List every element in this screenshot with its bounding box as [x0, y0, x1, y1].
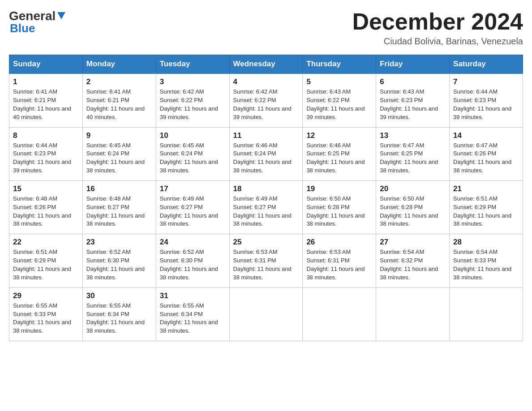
day-info: Sunrise: 6:44 AMSunset: 6:23 PMDaylight:… [453, 88, 511, 120]
day-info: Sunrise: 6:49 AMSunset: 6:27 PMDaylight:… [160, 195, 218, 227]
empty-cell [303, 287, 376, 341]
day-info: Sunrise: 6:49 AMSunset: 6:27 PMDaylight:… [233, 195, 292, 227]
day-info: Sunrise: 6:45 AMSunset: 6:24 PMDaylight:… [86, 142, 145, 174]
day-number: 26 [306, 238, 372, 247]
day-info: Sunrise: 6:55 AMSunset: 6:34 PMDaylight:… [160, 302, 218, 334]
weekday-header-sunday: Sunday [9, 55, 83, 74]
day-info: Sunrise: 6:42 AMSunset: 6:22 PMDaylight:… [233, 88, 292, 120]
day-cell-14: 14 Sunrise: 6:47 AMSunset: 6:26 PMDaylig… [450, 127, 523, 180]
day-cell-8: 8 Sunrise: 6:44 AMSunset: 6:23 PMDayligh… [9, 127, 83, 180]
day-cell-22: 22 Sunrise: 6:51 AMSunset: 6:29 PMDaylig… [9, 234, 83, 287]
day-number: 8 [13, 131, 79, 140]
day-info: Sunrise: 6:42 AMSunset: 6:22 PMDaylight:… [160, 88, 218, 120]
day-info: Sunrise: 6:47 AMSunset: 6:26 PMDaylight:… [453, 142, 511, 174]
day-info: Sunrise: 6:45 AMSunset: 6:24 PMDaylight:… [160, 142, 218, 174]
day-info: Sunrise: 6:52 AMSunset: 6:30 PMDaylight:… [160, 248, 218, 281]
day-cell-26: 26 Sunrise: 6:53 AMSunset: 6:31 PMDaylig… [303, 234, 376, 287]
day-number: 7 [453, 77, 519, 86]
day-info: Sunrise: 6:54 AMSunset: 6:33 PMDaylight:… [453, 248, 511, 281]
day-info: Sunrise: 6:52 AMSunset: 6:30 PMDaylight:… [86, 248, 145, 281]
day-number: 24 [160, 238, 226, 247]
day-info: Sunrise: 6:44 AMSunset: 6:23 PMDaylight:… [13, 142, 71, 174]
location-subtitle: Ciudad Bolivia, Barinas, Venezuela [352, 36, 523, 47]
day-cell-28: 28 Sunrise: 6:54 AMSunset: 6:33 PMDaylig… [450, 234, 523, 287]
logo-blue-text: Blue [10, 21, 66, 35]
day-number: 19 [306, 184, 372, 193]
week-row-5: 29 Sunrise: 6:55 AMSunset: 6:33 PMDaylig… [9, 287, 523, 341]
weekday-header-row: SundayMondayTuesdayWednesdayThursdayFrid… [9, 55, 523, 74]
day-number: 31 [160, 291, 226, 300]
day-cell-1: 1 Sunrise: 6:41 AMSunset: 6:21 PMDayligh… [9, 73, 83, 127]
day-cell-27: 27 Sunrise: 6:54 AMSunset: 6:32 PMDaylig… [376, 234, 450, 287]
day-info: Sunrise: 6:51 AMSunset: 6:29 PMDaylight:… [13, 248, 71, 281]
week-row-4: 22 Sunrise: 6:51 AMSunset: 6:29 PMDaylig… [9, 234, 523, 287]
day-info: Sunrise: 6:51 AMSunset: 6:29 PMDaylight:… [453, 195, 511, 227]
day-cell-3: 3 Sunrise: 6:42 AMSunset: 6:22 PMDayligh… [156, 73, 229, 127]
day-number: 28 [453, 238, 519, 247]
day-number: 1 [13, 77, 79, 86]
calendar-table: SundayMondayTuesdayWednesdayThursdayFrid… [9, 55, 523, 341]
day-cell-17: 17 Sunrise: 6:49 AMSunset: 6:27 PMDaylig… [156, 180, 229, 234]
weekday-header-wednesday: Wednesday [229, 55, 303, 74]
day-number: 3 [160, 77, 226, 86]
day-cell-10: 10 Sunrise: 6:45 AMSunset: 6:24 PMDaylig… [156, 127, 229, 180]
day-info: Sunrise: 6:46 AMSunset: 6:24 PMDaylight:… [233, 142, 292, 174]
day-cell-6: 6 Sunrise: 6:43 AMSunset: 6:23 PMDayligh… [376, 73, 450, 127]
day-info: Sunrise: 6:53 AMSunset: 6:31 PMDaylight:… [233, 248, 292, 281]
day-number: 17 [160, 184, 226, 193]
day-number: 10 [160, 131, 226, 140]
day-info: Sunrise: 6:53 AMSunset: 6:31 PMDaylight:… [306, 248, 365, 281]
day-info: Sunrise: 6:43 AMSunset: 6:23 PMDaylight:… [380, 88, 438, 120]
logo: General Blue [9, 9, 66, 35]
day-info: Sunrise: 6:48 AMSunset: 6:27 PMDaylight:… [86, 195, 145, 227]
weekday-header-monday: Monday [82, 55, 156, 74]
day-cell-11: 11 Sunrise: 6:46 AMSunset: 6:24 PMDaylig… [229, 127, 303, 180]
svg-marker-0 [57, 12, 65, 19]
day-number: 22 [13, 238, 79, 247]
day-info: Sunrise: 6:48 AMSunset: 6:26 PMDaylight:… [13, 195, 71, 227]
day-info: Sunrise: 6:55 AMSunset: 6:34 PMDaylight:… [86, 302, 145, 334]
day-number: 25 [233, 238, 299, 247]
weekday-header-friday: Friday [376, 55, 450, 74]
weekday-header-tuesday: Tuesday [156, 55, 229, 74]
day-number: 27 [380, 238, 446, 247]
day-cell-9: 9 Sunrise: 6:45 AMSunset: 6:24 PMDayligh… [82, 127, 156, 180]
day-number: 4 [233, 77, 299, 86]
day-number: 20 [380, 184, 446, 193]
day-number: 30 [86, 291, 152, 300]
logo-triangle-icon [56, 10, 66, 20]
day-number: 11 [233, 131, 299, 140]
day-number: 2 [86, 77, 152, 86]
day-number: 14 [453, 131, 519, 140]
month-title: December 2024 [352, 9, 523, 34]
day-number: 21 [453, 184, 519, 193]
day-cell-12: 12 Sunrise: 6:46 AMSunset: 6:25 PMDaylig… [303, 127, 376, 180]
day-cell-29: 29 Sunrise: 6:55 AMSunset: 6:33 PMDaylig… [9, 287, 83, 341]
day-cell-7: 7 Sunrise: 6:44 AMSunset: 6:23 PMDayligh… [450, 73, 523, 127]
empty-cell [450, 287, 523, 341]
day-info: Sunrise: 6:41 AMSunset: 6:21 PMDaylight:… [86, 88, 145, 120]
day-number: 5 [306, 77, 372, 86]
day-info: Sunrise: 6:54 AMSunset: 6:32 PMDaylight:… [380, 248, 438, 281]
day-cell-13: 13 Sunrise: 6:47 AMSunset: 6:25 PMDaylig… [376, 127, 450, 180]
day-cell-18: 18 Sunrise: 6:49 AMSunset: 6:27 PMDaylig… [229, 180, 303, 234]
day-cell-16: 16 Sunrise: 6:48 AMSunset: 6:27 PMDaylig… [82, 180, 156, 234]
day-number: 29 [13, 291, 79, 300]
week-row-3: 15 Sunrise: 6:48 AMSunset: 6:26 PMDaylig… [9, 180, 523, 234]
day-number: 13 [380, 131, 446, 140]
day-cell-31: 31 Sunrise: 6:55 AMSunset: 6:34 PMDaylig… [156, 287, 229, 341]
week-row-2: 8 Sunrise: 6:44 AMSunset: 6:23 PMDayligh… [9, 127, 523, 180]
weekday-header-saturday: Saturday [450, 55, 523, 74]
day-number: 15 [13, 184, 79, 193]
day-cell-21: 21 Sunrise: 6:51 AMSunset: 6:29 PMDaylig… [450, 180, 523, 234]
day-info: Sunrise: 6:55 AMSunset: 6:33 PMDaylight:… [13, 302, 71, 334]
day-cell-25: 25 Sunrise: 6:53 AMSunset: 6:31 PMDaylig… [229, 234, 303, 287]
day-cell-2: 2 Sunrise: 6:41 AMSunset: 6:21 PMDayligh… [82, 73, 156, 127]
day-info: Sunrise: 6:50 AMSunset: 6:28 PMDaylight:… [306, 195, 365, 227]
day-number: 12 [306, 131, 372, 140]
day-number: 16 [86, 184, 152, 193]
day-info: Sunrise: 6:43 AMSunset: 6:22 PMDaylight:… [306, 88, 365, 120]
weekday-header-thursday: Thursday [303, 55, 376, 74]
day-info: Sunrise: 6:41 AMSunset: 6:21 PMDaylight:… [13, 88, 71, 120]
empty-cell [229, 287, 303, 341]
